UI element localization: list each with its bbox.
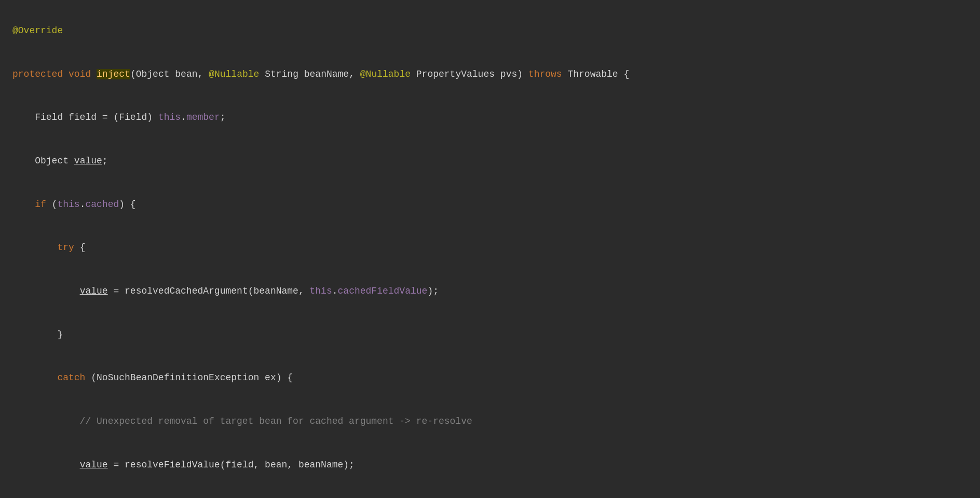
line-value-resolve-cached: value = resolveFieldValue(field, bean, b…	[12, 460, 355, 470]
line-value-cached-arg: value = resolvedCachedArgument(beanName,…	[12, 286, 439, 296]
line-if-cached: if (this.cached) {	[12, 199, 136, 210]
line-object-value: Object value;	[12, 156, 108, 166]
line-try: try {	[12, 242, 85, 253]
line-field: Field field = (Field) this.member;	[12, 112, 226, 122]
annotation-override: @Override	[12, 25, 63, 36]
line-comment: // Unexpected removal of target bean for…	[12, 416, 472, 426]
line-catch: catch (NoSuchBeanDefinitionException ex)…	[12, 372, 293, 383]
line-close-try: }	[12, 329, 63, 340]
code-editor: @Override protected void inject(Object b…	[12, 9, 968, 498]
method-signature: protected void inject(Object bean, @Null…	[12, 69, 629, 79]
